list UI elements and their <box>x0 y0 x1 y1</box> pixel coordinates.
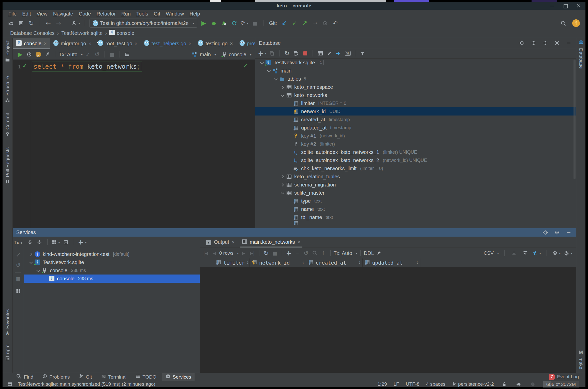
tree-item-created_at[interactable]: created_attimestamp <box>255 116 576 124</box>
rollback-icon[interactable]: ↺ <box>93 50 101 59</box>
tree-item-tbl_name[interactable]: tbl_nametext <box>255 213 576 221</box>
column-header-created_at[interactable]: created_at▴▾ <box>306 258 363 267</box>
encoding[interactable]: UTF-8 <box>406 381 419 387</box>
tool-window-button-database[interactable]: Database <box>576 40 585 69</box>
tool-button-find[interactable]: Find <box>13 373 37 381</box>
tool-button-git[interactable]: Git <box>76 373 95 381</box>
tree-item-console[interactable]: ✏console238 ms <box>24 275 200 283</box>
view-data-icon[interactable] <box>316 49 324 57</box>
user-icon[interactable] <box>72 19 80 27</box>
close-icon[interactable] <box>188 41 192 46</box>
chevron-down-icon[interactable] <box>272 77 279 81</box>
chevron-right-icon[interactable] <box>279 85 286 89</box>
tab-main-keto_networks[interactable]: main.keto_networks <box>238 237 304 248</box>
expand-all-icon[interactable] <box>530 39 537 47</box>
add-icon[interactable]: + <box>78 238 87 246</box>
hide-panel-icon[interactable] <box>565 39 572 47</box>
first-page-icon[interactable]: |◀ <box>202 249 210 257</box>
upload-icon[interactable] <box>521 249 529 257</box>
refresh-icon[interactable]: ↻ <box>283 49 291 57</box>
tree-item-sqlite_autoindex_keto_networks_2[interactable]: iusqlite_autoindex_keto_networks_2(netwo… <box>255 156 576 164</box>
parameters-icon[interactable]: p <box>35 50 42 59</box>
run-icon[interactable]: ▶ <box>200 19 208 27</box>
close-icon[interactable] <box>298 240 301 245</box>
gear-icon[interactable] <box>564 249 572 257</box>
commit-icon[interactable]: ✓ <box>14 251 22 259</box>
eye-icon[interactable] <box>552 249 561 257</box>
view-options-icon[interactable] <box>52 238 60 246</box>
tool-window-button-npm[interactable]: npm <box>3 344 12 362</box>
find-icon[interactable] <box>311 249 319 257</box>
tree-item-updated_at[interactable]: updated_attimestamp <box>255 124 576 132</box>
sort-toggle-icon[interactable]: ▴▾ <box>359 261 360 264</box>
close-icon[interactable] <box>232 240 235 245</box>
prev-page-icon[interactable]: ◀ <box>211 249 218 257</box>
ddl-button[interactable]: DDL <box>364 250 374 256</box>
run-configuration-select[interactable]: Test in github.com/ory/keto/internal/e2e <box>90 19 198 28</box>
tab-test_helpers-go[interactable]: test_helpers.go <box>141 38 195 49</box>
tree-item-tables[interactable]: tables5 <box>255 75 576 83</box>
menu-edit[interactable]: Edit <box>19 10 34 17</box>
tree-item[interactable] <box>255 221 576 225</box>
menu-tools[interactable]: Tools <box>134 10 151 17</box>
sort-toggle-icon[interactable]: ▴▾ <box>247 261 248 264</box>
tab-root_test-go[interactable]: root_test.go <box>95 38 141 49</box>
sort-toggle-icon[interactable]: ▴▾ <box>416 261 418 264</box>
close-button[interactable] <box>576 4 581 8</box>
git-push-icon[interactable]: ↗ <box>301 19 308 27</box>
output-layout-icon[interactable] <box>123 50 131 59</box>
chevron-right-icon[interactable] <box>279 175 286 178</box>
chevron-down-icon[interactable] <box>279 191 286 195</box>
breadcrumb-item[interactable]: TestNetwork.sqlite <box>60 30 104 36</box>
download-icon[interactable] <box>510 249 518 257</box>
tree-item-testnetwork-sqlite[interactable]: ✏TestNetwork.sqlite1 <box>255 59 576 67</box>
export-format-select[interactable]: CSV <box>484 250 499 256</box>
tree-item-name[interactable]: nametext <box>255 205 576 213</box>
lock-icon[interactable] <box>501 381 508 387</box>
history-icon[interactable] <box>25 50 33 59</box>
tool-window-switcher-icon[interactable] <box>6 381 14 387</box>
tool-button-services[interactable]: Services <box>162 373 195 381</box>
session-select[interactable]: console <box>222 52 252 57</box>
open-icon[interactable] <box>7 19 15 27</box>
tool-window-button-make[interactable]: Mmake <box>576 350 585 369</box>
stop-icon[interactable]: ■ <box>251 19 259 27</box>
cancel-query-icon[interactable]: ■ <box>108 50 116 59</box>
menu-navigate[interactable]: Navigate <box>50 10 76 17</box>
duplicate-icon[interactable] <box>268 49 276 57</box>
sort-toggle-icon[interactable]: ▴▾ <box>302 261 304 264</box>
debug-icon[interactable] <box>210 19 218 27</box>
tab-migrator-go[interactable]: migrator.go <box>50 38 95 49</box>
chevron-down-icon[interactable] <box>265 69 272 73</box>
tree-item-type[interactable]: typetext <box>255 197 576 205</box>
tree-item-keto_relation_tuples[interactable]: keto_relation_tuples <box>255 172 576 181</box>
gear-icon[interactable] <box>553 228 561 237</box>
coverage-icon[interactable] <box>220 19 228 27</box>
sql-editor[interactable]: 1 ✓ select * from keto_networks; ✓ <box>13 60 255 228</box>
tree-item-key-1[interactable]: key #1(network_id) <box>255 132 576 140</box>
tx-mode-select[interactable]: Tx: Auto <box>59 52 83 57</box>
menu-run[interactable]: Run <box>119 10 134 17</box>
close-icon[interactable] <box>135 41 138 46</box>
tab-testing-go[interactable]: testing.go <box>195 38 236 49</box>
tab-console[interactable]: ✏console <box>13 38 50 49</box>
menu-git[interactable]: Git <box>151 10 163 17</box>
close-icon[interactable] <box>44 41 47 46</box>
tool-window-button-structure[interactable]: Structure <box>3 76 12 104</box>
locate-icon[interactable] <box>541 228 549 237</box>
stop-icon[interactable]: ■ <box>14 275 22 283</box>
datasource-properties-icon[interactable] <box>292 49 300 57</box>
breadcrumb-item[interactable]: ✏console <box>108 30 135 37</box>
next-page-icon[interactable]: ▶ <box>240 249 247 257</box>
tree-item-keto_namespace[interactable]: keto_namespace <box>255 83 576 91</box>
scrollbar[interactable] <box>574 60 576 179</box>
disconnect-icon[interactable] <box>301 49 309 57</box>
tree-item-chk_keto_networks_limit[interactable]: chk_keto_networks_limit(limiter = 0) <box>255 164 576 172</box>
commit-icon[interactable]: ✓ <box>84 50 92 59</box>
cloud-sync-icon[interactable] <box>515 381 522 387</box>
expand-all-icon[interactable] <box>26 238 34 246</box>
tree-item-limiter[interactable]: limiterINTEGER = 0 <box>255 99 576 107</box>
schema-select[interactable]: main <box>191 52 216 57</box>
chevron-down-icon[interactable] <box>27 261 34 264</box>
submit-icon[interactable]: ↑ <box>320 249 327 257</box>
